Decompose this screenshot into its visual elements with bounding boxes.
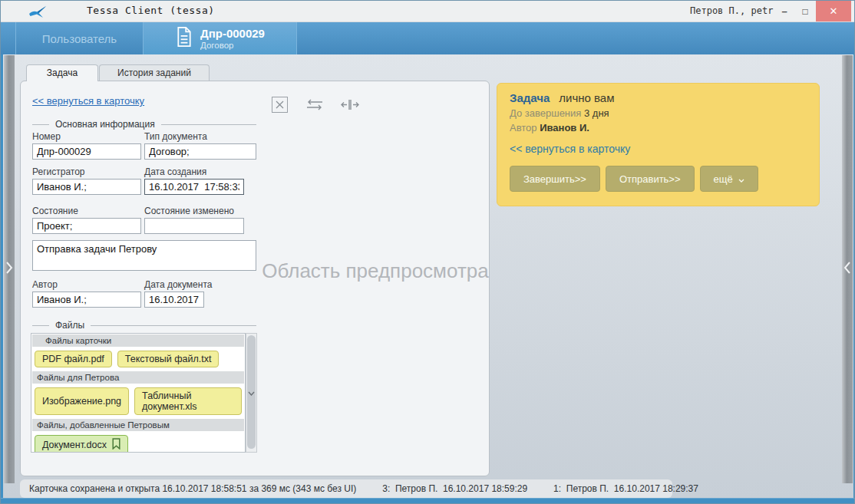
files-group: Файлы bbox=[32, 320, 256, 331]
right-panel-expander[interactable] bbox=[842, 55, 853, 483]
close-preview-icon[interactable] bbox=[272, 97, 288, 113]
state-changed-label: Состояние изменено bbox=[144, 206, 234, 216]
main-info-group: Основная информация bbox=[32, 119, 256, 130]
app-window: Tessa Client (tessa) Петров П., petr – □… bbox=[0, 0, 855, 504]
tab-document-active[interactable]: Дпр-000029 Договор bbox=[144, 22, 296, 54]
caret-down-icon bbox=[738, 173, 744, 185]
card-panel: << вернуться в карточку Основная информа… bbox=[20, 81, 490, 476]
doc-date-label: Дата документа bbox=[144, 279, 212, 290]
registrar-field[interactable] bbox=[32, 179, 141, 195]
doc-date-field[interactable] bbox=[144, 292, 204, 308]
status-entry: 1: Петров П. 16.10.2017 18:29:37 bbox=[553, 483, 698, 494]
author-field[interactable] bbox=[32, 292, 141, 308]
current-user-label: Петров П., petr bbox=[690, 5, 773, 16]
bookmark-icon bbox=[112, 438, 120, 452]
created-label: Дата создания bbox=[144, 166, 206, 177]
file-chip[interactable]: Документ.docx bbox=[35, 435, 128, 453]
tab-task[interactable]: Задача bbox=[26, 64, 98, 81]
state-label: Состояние bbox=[32, 206, 78, 216]
document-icon bbox=[176, 26, 193, 51]
tab-user[interactable]: Пользователь bbox=[16, 22, 143, 54]
registrar-label: Регистратор bbox=[32, 166, 85, 177]
swap-preview-icon[interactable] bbox=[305, 99, 324, 110]
comment-field[interactable]: Отправка задачи Петрову bbox=[32, 240, 256, 271]
chevron-down-icon bbox=[248, 385, 255, 399]
number-label: Номер bbox=[32, 131, 61, 142]
split-preview-icon[interactable] bbox=[341, 99, 359, 110]
back-to-card-link[interactable]: << вернуться в карточку bbox=[32, 95, 144, 107]
files-group-title: Файлы bbox=[49, 320, 91, 331]
status-bar: Карточка сохранена и открыта 16.10.2017 … bbox=[20, 479, 672, 498]
window-edge-bottom bbox=[1, 498, 855, 504]
title-bar: Tessa Client (tessa) Петров П., petr – □… bbox=[1, 1, 855, 22]
tab-user-label: Пользователь bbox=[42, 32, 117, 45]
task-author-label: Автор bbox=[510, 122, 537, 133]
state-changed-field[interactable] bbox=[144, 218, 244, 234]
file-chip[interactable]: Изображение.png bbox=[35, 387, 129, 415]
state-field[interactable] bbox=[32, 218, 141, 234]
tab-doc-subtitle: Договор bbox=[200, 40, 265, 51]
main-tab-bar: Пользователь Дпр-000029 Договор bbox=[1, 22, 855, 54]
status-entry: 3: Петров П. 16.10.2017 18:59:29 bbox=[382, 483, 527, 494]
task-card-title: Задача bbox=[510, 91, 550, 104]
task-card: Задача лично вам До завершения 3 дня Авт… bbox=[497, 83, 820, 206]
tessa-logo-icon bbox=[28, 4, 47, 19]
close-button[interactable]: ✕ bbox=[816, 1, 851, 21]
tab-task-history[interactable]: История заданий bbox=[99, 64, 210, 81]
more-actions-button[interactable]: ещё bbox=[700, 166, 758, 192]
window-title: Tessa Client (tessa) bbox=[87, 5, 215, 16]
task-back-to-card-link[interactable]: << вернуться в карточку bbox=[510, 143, 630, 155]
chevron-left-icon bbox=[843, 261, 851, 278]
tab-separator bbox=[296, 22, 297, 54]
complete-task-button[interactable]: Завершить>> bbox=[510, 166, 600, 192]
files-list: Файлы карточки PDF файл.pdf Текстовый фа… bbox=[31, 333, 246, 453]
send-task-button[interactable]: Отправить>> bbox=[606, 166, 695, 192]
file-group-header: Файлы для Петрова bbox=[32, 371, 244, 384]
file-group-header: Файлы карточки bbox=[32, 334, 244, 347]
number-field[interactable] bbox=[32, 143, 141, 160]
created-field[interactable] bbox=[144, 179, 244, 195]
minimize-button[interactable]: – bbox=[774, 1, 794, 21]
file-group-header: Файлы, добавленные Петровым bbox=[32, 419, 244, 431]
more-actions-label: ещё bbox=[714, 173, 733, 185]
window-edge-left bbox=[1, 54, 3, 504]
status-message: Карточка сохранена и открыта 16.10.2017 … bbox=[29, 483, 356, 494]
doc-type-field[interactable] bbox=[144, 143, 256, 160]
author-label: Автор bbox=[32, 279, 58, 290]
main-info-group-title: Основная информация bbox=[49, 119, 161, 130]
doc-type-label: Тип документа bbox=[144, 131, 207, 142]
task-assignee: лично вам bbox=[559, 91, 614, 104]
file-chip[interactable]: Текстовый файл.txt bbox=[117, 351, 220, 367]
deadline-label: До завершения bbox=[510, 107, 581, 119]
left-panel-expander[interactable] bbox=[4, 55, 15, 483]
tab-doc-title: Дпр-000029 bbox=[200, 27, 265, 40]
files-scrollbar[interactable] bbox=[246, 333, 257, 453]
task-author-value: Иванов И. bbox=[540, 122, 589, 133]
chevron-right-icon bbox=[5, 261, 13, 278]
deadline-value: 3 дня bbox=[584, 107, 609, 119]
scrollbar-thumb[interactable] bbox=[247, 335, 256, 449]
file-chip-label: Документ.docx bbox=[42, 440, 107, 450]
file-chip[interactable]: Табличный документ.xls bbox=[134, 387, 242, 415]
file-chip[interactable]: PDF файл.pdf bbox=[35, 351, 112, 367]
preview-placeholder: Область предпросмотра bbox=[260, 259, 490, 283]
maximize-button[interactable]: □ bbox=[796, 1, 814, 21]
